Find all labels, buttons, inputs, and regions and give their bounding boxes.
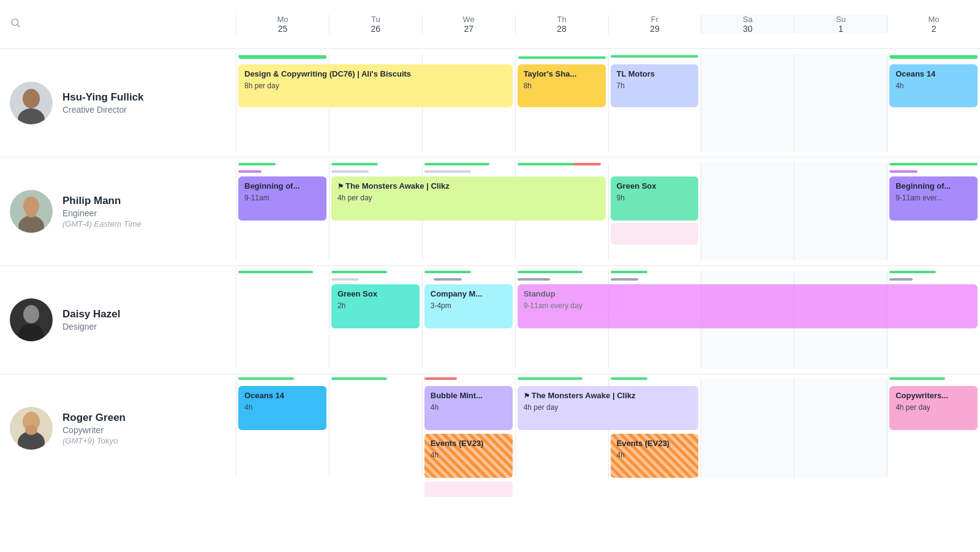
event-title: TL Motors xyxy=(617,69,693,80)
day-col-su1: Su 1 xyxy=(794,15,887,34)
calendar-event[interactable]: Company M...3-4pm xyxy=(424,284,513,328)
event-subtitle: 9-11am ever... xyxy=(895,194,971,202)
day-name: We xyxy=(463,15,475,24)
event-subtitle: 4h xyxy=(617,451,693,459)
event-subtitle: 4h xyxy=(431,403,507,412)
day-name: Mo xyxy=(277,15,288,24)
person-details-daisy: Daisy Hazel Designer xyxy=(62,308,121,331)
day-name: Su xyxy=(836,15,846,24)
svg-point-5 xyxy=(18,216,44,233)
day-col-mo25: Mo 25 xyxy=(236,15,329,34)
calendar-event[interactable]: ⚑ The Monsters Awake | Clikz4h per day xyxy=(331,176,606,221)
calendar-event[interactable]: Oceans 144h xyxy=(238,386,326,430)
avail-bar xyxy=(518,56,606,59)
day-num: 27 xyxy=(464,24,473,34)
event-title: Events (EV23) xyxy=(617,439,693,449)
calendar-event[interactable]: Green Sox2h xyxy=(331,284,420,328)
calendar-event[interactable]: Oceans 144h xyxy=(889,64,978,107)
calendar-event[interactable]: Events (EV23)4h xyxy=(424,434,513,478)
day-col-we27: We 27 xyxy=(422,15,515,34)
event-subtitle: 8h per day xyxy=(244,81,507,90)
event-title: Oceans 14 xyxy=(244,391,320,401)
day-num: 1 xyxy=(839,24,843,34)
header-row: Mo 25 Tu 26 We 27 Th 28 Fr 29 Sa 30 xyxy=(0,0,980,49)
person-name: Hsu-Ying Fullick xyxy=(62,91,144,104)
event-subtitle: 8h xyxy=(524,81,600,90)
calendar-event[interactable]: TL Motors7h xyxy=(611,64,699,107)
event-title: Bubble Mint... xyxy=(431,391,507,401)
calendar-event[interactable]: Events (EV23)4h xyxy=(611,434,699,478)
avatar-roger xyxy=(10,407,53,450)
event-title: ⚑ The Monsters Awake | Clikz xyxy=(337,181,600,192)
grid-day-sa xyxy=(701,54,794,152)
calendar-event[interactable]: Beginning of...9-11am xyxy=(238,176,326,221)
calendar-event[interactable]: Beginning of...9-11am ever... xyxy=(889,176,978,221)
search-icon[interactable] xyxy=(10,17,21,31)
header-days: Mo 25 Tu 26 We 27 Th 28 Fr 29 Sa 30 xyxy=(236,15,980,34)
person-role: Engineer xyxy=(62,208,141,218)
calendar-event[interactable]: Bubble Mint...4h xyxy=(424,386,513,430)
avatar-daisy xyxy=(10,298,53,341)
day-name: Sa xyxy=(743,15,753,24)
day-col-mo2: Mo 2 xyxy=(887,15,980,34)
day-num: 30 xyxy=(743,24,753,34)
day-name: Mo xyxy=(929,15,940,24)
person-role: Copywriter xyxy=(62,425,126,435)
day-num: 25 xyxy=(278,24,288,34)
event-subtitle: 9h xyxy=(617,194,693,202)
event-title: ⚑ The Monsters Awake | Clikz xyxy=(524,391,693,401)
person-name: Philip Mann xyxy=(62,195,141,207)
person-name: Daisy Hazel xyxy=(62,308,121,320)
day-col-tu26: Tu 26 xyxy=(329,15,422,34)
event-subtitle: 4h per day xyxy=(337,194,600,202)
day-num: 26 xyxy=(371,24,381,34)
person-details-roger: Roger Green Copywriter (GMT+9) Tokyo xyxy=(62,412,126,445)
person-info-philip: Philip Mann Engineer (GMT-4) Eastern Tim… xyxy=(0,157,236,265)
calendar-event[interactable]: ⚑ The Monsters Awake | Clikz4h per day xyxy=(518,386,699,430)
event-subtitle: 4h xyxy=(895,81,971,90)
calendar-event[interactable]: Green Sox9h xyxy=(611,176,699,221)
avail-bar xyxy=(239,56,326,59)
day-num: 2 xyxy=(932,24,937,34)
person-name: Roger Green xyxy=(62,412,126,424)
event-subtitle: 3-4pm xyxy=(431,301,507,310)
event-subtitle: 9-11am every day xyxy=(524,301,971,310)
calendar-event[interactable]: Taylor's Sha...8h xyxy=(518,64,606,107)
event-title: Company M... xyxy=(431,289,507,300)
svg-point-7 xyxy=(23,305,39,323)
grid-day-su xyxy=(794,54,887,152)
person-info-hsu-ying: Hsu-Ying Fullick Creative Director xyxy=(0,49,236,157)
svg-point-0 xyxy=(12,19,18,26)
day-name: Tu xyxy=(371,15,380,24)
event-title: Copywriters... xyxy=(895,391,971,401)
avatar-hsu-ying xyxy=(10,81,53,124)
person-info-roger: Roger Green Copywriter (GMT+9) Tokyo xyxy=(0,374,236,482)
header-left xyxy=(0,17,236,31)
event-title: Standup xyxy=(524,289,971,300)
event-title: Green Sox xyxy=(337,289,413,300)
event-title: Green Sox xyxy=(617,181,693,192)
svg-line-1 xyxy=(17,25,20,27)
day-name: Th xyxy=(557,15,566,24)
person-role: Creative Director xyxy=(62,105,144,115)
svg-point-8 xyxy=(18,324,44,341)
svg-point-2 xyxy=(23,89,40,108)
event-title: Oceans 14 xyxy=(895,69,971,80)
calendar-event[interactable]: Design & Copywriting (DC76) | Ali's Bisc… xyxy=(238,64,513,107)
person-info-daisy: Daisy Hazel Designer xyxy=(0,266,236,374)
event-title: Beginning of... xyxy=(895,181,971,192)
person-details-philip: Philip Mann Engineer (GMT-4) Eastern Tim… xyxy=(62,195,141,229)
event-subtitle: 2h xyxy=(337,301,413,310)
calendar-event[interactable]: Copywriters...4h per day xyxy=(889,386,978,430)
event-title: Design & Copywriting (DC76) | Ali's Bisc… xyxy=(244,69,507,80)
person-role: Designer xyxy=(62,322,121,331)
avail-bar xyxy=(890,56,978,59)
event-subtitle: 9-11am xyxy=(244,194,320,202)
calendar-event[interactable]: Standup9-11am every day xyxy=(518,284,978,328)
svg-point-3 xyxy=(18,108,45,124)
day-col-th28: Th 28 xyxy=(515,15,608,34)
day-num: 28 xyxy=(557,24,567,34)
event-subtitle: 4h xyxy=(431,451,507,459)
event-title: Events (EV23) xyxy=(431,439,507,449)
svg-point-11 xyxy=(25,425,37,435)
